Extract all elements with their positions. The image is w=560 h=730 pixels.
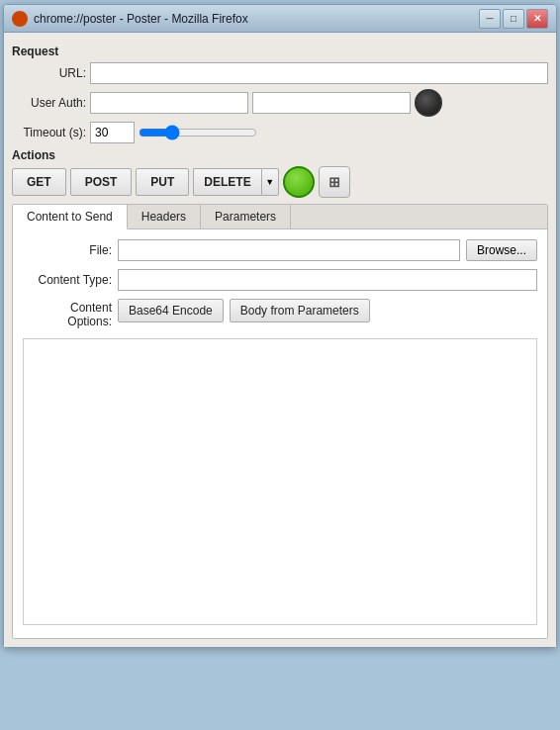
auth-password-input[interactable] <box>252 92 411 114</box>
maximize-button[interactable]: □ <box>503 9 524 29</box>
actions-row: GET POST PUT DELETE ▼ ⊞ <box>12 166 548 198</box>
content-options-row: Content Options: Base64 Encode Body from… <box>23 299 537 330</box>
timeout-input[interactable] <box>90 122 135 143</box>
post-button[interactable]: POST <box>70 168 133 196</box>
tabs-header: Content to Send Headers Parameters <box>13 205 547 229</box>
tab-content-panel: File: Browse... Content Type: Content Op… <box>13 229 547 638</box>
go-button[interactable] <box>283 166 315 198</box>
content-options-label: Content Options: <box>23 301 112 328</box>
info-icon: ⊞ <box>328 174 340 190</box>
minimize-button[interactable]: ─ <box>479 9 501 29</box>
tabs-container: Content to Send Headers Parameters File:… <box>12 204 548 639</box>
tab-headers[interactable]: Headers <box>128 205 201 228</box>
close-button[interactable]: ✕ <box>526 9 548 29</box>
browse-button[interactable]: Browse... <box>466 239 537 261</box>
info-button[interactable]: ⊞ <box>319 166 350 198</box>
body-textarea[interactable] <box>23 338 537 625</box>
auth-username-input[interactable] <box>90 92 248 114</box>
request-section-label: Request <box>12 45 548 58</box>
titlebar: chrome://poster - Poster - Mozilla Firef… <box>4 5 556 33</box>
options-buttons: Base64 Encode Body from Parameters <box>118 299 370 322</box>
timeout-slider[interactable] <box>139 124 257 141</box>
file-row: File: Browse... <box>23 239 537 261</box>
base64-encode-button[interactable]: Base64 Encode <box>118 299 224 322</box>
content-type-input[interactable] <box>118 269 537 291</box>
timeout-label: Timeout (s): <box>12 126 86 139</box>
auth-row: User Auth: <box>12 89 548 117</box>
content-type-row: Content Type: <box>23 269 537 291</box>
url-label: URL: <box>12 66 86 80</box>
delete-dropdown-arrow[interactable]: ▼ <box>261 168 279 196</box>
get-button[interactable]: GET <box>12 168 66 196</box>
auth-confirm-button[interactable] <box>415 89 442 117</box>
url-input[interactable] <box>90 62 548 84</box>
body-from-params-button[interactable]: Body from Parameters <box>230 299 370 322</box>
url-row: URL: <box>12 62 548 84</box>
put-button[interactable]: PUT <box>136 168 189 196</box>
delete-button[interactable]: DELETE <box>193 168 260 196</box>
timeout-row: Timeout (s): <box>12 122 548 143</box>
tab-content-to-send[interactable]: Content to Send <box>13 205 128 229</box>
main-window: chrome://poster - Poster - Mozilla Firef… <box>3 4 557 648</box>
file-label: File: <box>23 243 112 257</box>
window-controls: ─ □ ✕ <box>479 9 548 29</box>
auth-label: User Auth: <box>12 96 86 110</box>
tab-parameters[interactable]: Parameters <box>201 205 291 228</box>
main-content: Request URL: User Auth: Timeout (s): Act… <box>4 33 556 647</box>
file-input[interactable] <box>118 239 460 261</box>
content-type-label: Content Type: <box>23 273 112 287</box>
actions-section-label: Actions <box>12 148 548 162</box>
window-title: chrome://poster - Poster - Mozilla Firef… <box>34 12 479 26</box>
timeout-slider-container <box>139 124 257 141</box>
delete-group: DELETE ▼ <box>193 168 278 196</box>
app-icon <box>12 11 28 27</box>
